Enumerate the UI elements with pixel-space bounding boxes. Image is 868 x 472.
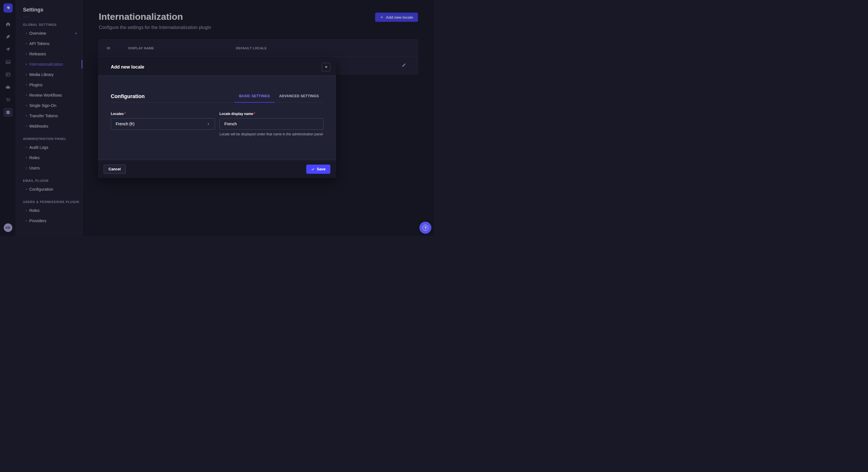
display-name-input[interactable] — [220, 118, 324, 130]
modal-header: Add new locale — [98, 59, 336, 76]
required-asterisk: * — [124, 112, 126, 116]
add-locale-modal: Add new locale Configuration BASIC SETTI… — [98, 59, 336, 178]
tab-basic-settings[interactable]: BASIC SETTINGS — [235, 91, 274, 103]
locales-label: Locales* — [111, 112, 215, 116]
modal-close-button[interactable] — [322, 63, 330, 71]
modal-title: Add new locale — [111, 65, 144, 70]
locales-select[interactable]: French (fr) — [111, 118, 215, 130]
locale-form: Locales* French (fr) Locale display name… — [111, 112, 323, 136]
close-icon — [324, 65, 328, 69]
cancel-button[interactable]: Cancel — [104, 165, 126, 174]
required-asterisk: * — [254, 112, 255, 116]
display-name-field-group: Locale display name* Locale will be disp… — [220, 112, 324, 136]
chevron-down-icon — [207, 122, 210, 126]
display-name-label: Locale display name* — [220, 112, 324, 116]
locales-field-group: Locales* French (fr) — [111, 112, 215, 136]
settings-tabs: BASIC SETTINGS ADVANCED SETTINGS — [235, 91, 323, 103]
question-mark-icon: ? — [423, 225, 428, 231]
help-button[interactable]: ? — [420, 222, 431, 234]
save-button[interactable]: Save — [306, 165, 330, 174]
tab-advanced-settings[interactable]: ADVANCED SETTINGS — [274, 91, 323, 103]
modal-footer: Cancel Save — [98, 160, 336, 178]
configuration-title: Configuration — [111, 94, 145, 102]
check-icon — [311, 167, 315, 171]
display-name-hint: Locale will be displayed under that name… — [220, 132, 324, 136]
configuration-header-row: Configuration BASIC SETTINGS ADVANCED SE… — [111, 91, 323, 102]
modal-body: Configuration BASIC SETTINGS ADVANCED SE… — [98, 76, 336, 160]
